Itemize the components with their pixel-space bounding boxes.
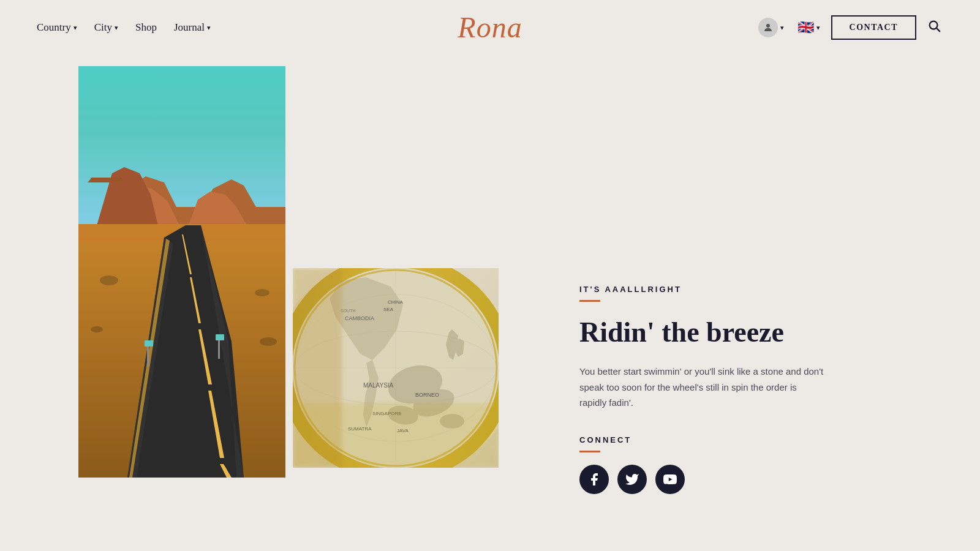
user-dropdown-arrow: ▾ [780,24,784,32]
svg-text:MALAYSIA: MALAYSIA [363,382,394,389]
connect-label: CONNECT [579,435,824,444]
svg-text:CAMBODIA: CAMBODIA [345,315,374,321]
search-button[interactable] [925,17,943,39]
site-logo[interactable]: Rona [458,13,522,42]
map-image: CAMBODIA SOUTH CHINA SEA MALAYSIA BORNEO… [293,268,499,468]
user-menu-button[interactable]: ▾ [756,15,786,40]
svg-text:SOUTH: SOUTH [341,309,356,313]
language-dropdown-arrow: ▾ [816,24,820,32]
road-image [78,66,285,478]
journal-menu[interactable]: Journal ▾ [174,21,211,34]
svg-text:BORNEO: BORNEO [415,392,439,398]
youtube-icon [663,472,677,487]
facebook-button[interactable] [579,465,609,494]
hero-description: You better start swimmin' or you'll sink… [579,364,824,411]
svg-point-7 [100,276,118,285]
social-icons-group [579,465,824,494]
city-menu[interactable]: City ▾ [94,21,118,34]
svg-point-9 [91,326,103,332]
facebook-icon [587,472,601,487]
city-dropdown-arrow: ▾ [115,24,118,32]
flag-uk-icon: 🇬🇧 [797,20,814,36]
language-button[interactable]: 🇬🇧 ▾ [795,17,823,38]
search-icon [927,19,941,32]
svg-point-10 [260,337,277,346]
shop-menu[interactable]: Shop [135,21,157,34]
contact-button[interactable]: CONTACT [831,15,916,40]
country-dropdown-arrow: ▾ [74,24,77,32]
left-navigation: Country ▾ City ▾ Shop Journal ▾ [37,21,211,34]
hero-text-content: IT'S AAALLLRIGHT Ridin' the breeze You b… [579,285,824,494]
subtitle-accent-line [579,300,600,302]
svg-text:SEA: SEA [383,307,394,312]
user-icon [758,18,778,37]
main-content: CAMBODIA SOUTH CHINA SEA MALAYSIA BORNEO… [0,55,980,551]
right-navigation: ▾ 🇬🇧 ▾ CONTACT [756,15,943,40]
youtube-button[interactable] [655,465,685,494]
svg-point-0 [766,24,770,28]
svg-rect-14 [216,334,224,340]
country-menu[interactable]: Country ▾ [37,21,77,34]
svg-rect-12 [145,340,153,347]
svg-line-2 [937,28,940,31]
hero-title: Ridin' the breeze [579,315,824,349]
twitter-button[interactable] [617,465,647,494]
journal-dropdown-arrow: ▾ [207,24,211,32]
svg-point-8 [255,289,270,296]
twitter-icon [625,472,639,487]
connect-accent-line [579,451,600,452]
hero-subtitle: IT'S AAALLLRIGHT [579,285,824,294]
